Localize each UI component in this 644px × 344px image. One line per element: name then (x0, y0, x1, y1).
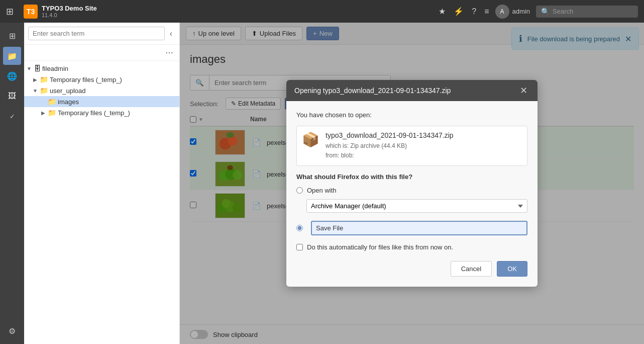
modal-file-from: from: blob: (326, 151, 454, 160)
tree-toggle-temp1: ▶ (32, 76, 38, 82)
folder-icon-user-upload: 📁 (40, 87, 48, 95)
tree-label-fileadmin: fileadmin (42, 65, 68, 72)
topbar-search: 🔍 (536, 6, 638, 18)
sidebar-icon-file[interactable]: 📁 (3, 47, 21, 65)
folder-icon-temp2: 📁 (48, 109, 56, 117)
file-tree: ▼ 🗄 fileadmin ▶ 📁 Temporary files (_temp… (24, 61, 179, 344)
folder-icon-temp1: 📁 (40, 75, 48, 83)
modal-header: Opening typo3_download_2021-09-01-134347… (286, 80, 538, 101)
tree-toggle-user-upload: ▼ (32, 88, 38, 94)
sidebar-icon-globe[interactable]: 🌐 (3, 67, 21, 85)
modal-file-which: which is: Zip archive (44.4 KB) (326, 141, 454, 151)
modal-option-save (296, 221, 527, 235)
bookmark-icon[interactable]: ★ (439, 7, 446, 16)
topbar: ⊞ T3 TYPO3 Demo Site 11.4.0 ★ ⚡ ? ≡ A ad… (0, 0, 644, 23)
typo3-logo-icon: T3 (24, 5, 38, 19)
zip-icon: 📦 (302, 131, 319, 148)
file-tree-more-button[interactable]: ⋯ (163, 47, 175, 58)
tree-item-images[interactable]: 📁 images (24, 96, 179, 107)
modal-body: You have chosen to open: 📦 typo3_downloa… (286, 101, 538, 287)
tree-toggle-fileadmin: ▼ (26, 65, 32, 71)
modal-close-button[interactable]: ✕ (518, 85, 529, 96)
topbar-title: TYPO3 Demo Site 11.4.0 (42, 5, 97, 18)
tree-toggle-images (40, 99, 46, 105)
user-name: admin (512, 8, 530, 15)
radio-open-with[interactable] (296, 187, 303, 194)
auto-label: Do this automatically for files like thi… (307, 243, 453, 251)
file-tree-collapse-button[interactable]: ‹ (167, 28, 175, 39)
file-tree-panel: ‹ ⋯ ▼ 🗄 fileadmin ▶ 📁 Temporary files (_… (24, 23, 180, 344)
help-icon[interactable]: ? (472, 7, 476, 16)
topbar-search-input[interactable] (553, 8, 633, 15)
tree-toggle-temp2: ▶ (40, 110, 46, 116)
tree-label-temp2: Temporary files (_temp_) (58, 109, 130, 117)
sidebar-icon-check[interactable]: ✓ (3, 107, 21, 125)
tree-label-images: images (58, 98, 79, 106)
modal-question: What should Firefox do with this file? (296, 173, 527, 181)
sidebar-icon-gear[interactable]: ⚙ (3, 322, 21, 340)
radio-save-file[interactable] (296, 225, 303, 231)
modal-footer: Cancel OK (296, 261, 527, 277)
modal-file-info: 📦 typo3_download_2021-09-01-134347.zip w… (296, 126, 527, 166)
cancel-button[interactable]: Cancel (451, 261, 492, 277)
folder-icon-images: 📁 (48, 98, 56, 106)
modal-auto-row: Do this automatically for files like thi… (296, 243, 527, 251)
modal-select-row: Archive Manager (default) (306, 199, 527, 213)
topbar-icons: ★ ⚡ ? ≡ (439, 7, 489, 16)
tree-item-temp1[interactable]: ▶ 📁 Temporary files (_temp_) (24, 74, 179, 85)
tree-label-user-upload: user_upload (50, 87, 86, 95)
modal-open-text: You have chosen to open: (296, 111, 527, 119)
tree-item-temp2[interactable]: ▶ 📁 Temporary files (_temp_) (24, 107, 179, 118)
modal-overlay: Opening typo3_download_2021-09-01-134347… (180, 23, 644, 344)
sidebar-icon-apps[interactable]: ⊞ (3, 27, 21, 45)
save-file-input[interactable] (311, 221, 527, 235)
modal-file-name: typo3_download_2021-09-01-134347.zip (326, 131, 454, 139)
content-area: ↑ Up one level ⬆ Upload Files + New imag… (180, 23, 644, 344)
topbar-logo: T3 TYPO3 Demo Site 11.4.0 (24, 5, 97, 19)
topbar-app-name: TYPO3 Demo Site (42, 5, 97, 12)
file-tree-toolbar: ⋯ (24, 45, 179, 61)
file-tree-search-input[interactable] (28, 27, 165, 40)
ok-button[interactable]: OK (497, 261, 527, 277)
auto-checkbox[interactable] (296, 244, 303, 250)
search-icon: 🔍 (541, 8, 550, 16)
news-icon[interactable]: ≡ (484, 7, 489, 16)
sidebar-icons: ⊞ 📁 🌐 🖼 ✓ ⚙ (0, 23, 24, 344)
tree-item-user-upload[interactable]: ▼ 📁 user_upload (24, 85, 179, 96)
tree-label-temp1: Temporary files (_temp_) (50, 76, 122, 83)
open-with-select[interactable]: Archive Manager (default) (306, 199, 527, 213)
open-with-label: Open with (307, 187, 527, 194)
avatar: A (495, 5, 509, 19)
file-tree-search-bar: ‹ (24, 23, 179, 45)
modal-title: Opening typo3_download_2021-09-01-134347… (294, 87, 451, 95)
sidebar-icon-image[interactable]: 🖼 (3, 87, 21, 105)
modal-option-open-with: Open with (296, 187, 527, 194)
modal-dialog: Opening typo3_download_2021-09-01-134347… (286, 80, 538, 287)
folder-icon-fileadmin: 🗄 (34, 64, 41, 72)
topbar-version: 11.4.0 (42, 12, 97, 18)
tree-item-fileadmin[interactable]: ▼ 🗄 fileadmin (24, 63, 179, 74)
topbar-user[interactable]: A admin (495, 5, 530, 19)
apps-menu-icon[interactable]: ⊞ (6, 6, 14, 17)
flash-icon[interactable]: ⚡ (454, 7, 464, 16)
